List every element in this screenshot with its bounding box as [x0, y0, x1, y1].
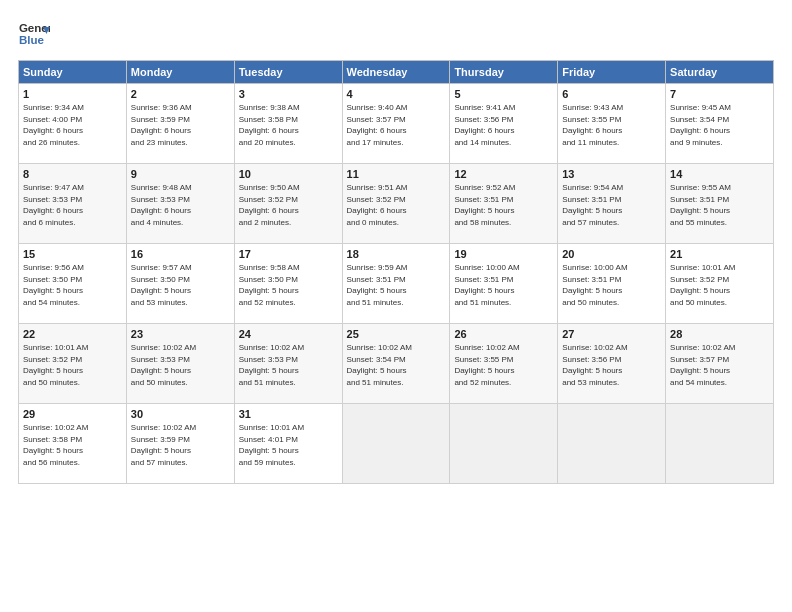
- day-number: 12: [454, 168, 553, 180]
- day-cell: 13Sunrise: 9:54 AM Sunset: 3:51 PM Dayli…: [558, 164, 666, 244]
- day-cell: 26Sunrise: 10:02 AM Sunset: 3:55 PM Dayl…: [450, 324, 558, 404]
- col-header-friday: Friday: [558, 61, 666, 84]
- day-cell: 4Sunrise: 9:40 AM Sunset: 3:57 PM Daylig…: [342, 84, 450, 164]
- day-info: Sunrise: 9:58 AM Sunset: 3:50 PM Dayligh…: [239, 262, 338, 308]
- day-cell: 24Sunrise: 10:02 AM Sunset: 3:53 PM Dayl…: [234, 324, 342, 404]
- day-cell: 1Sunrise: 9:34 AM Sunset: 4:00 PM Daylig…: [19, 84, 127, 164]
- logo: General Blue: [18, 18, 50, 50]
- day-info: Sunrise: 9:48 AM Sunset: 3:53 PM Dayligh…: [131, 182, 230, 228]
- day-info: Sunrise: 9:43 AM Sunset: 3:55 PM Dayligh…: [562, 102, 661, 148]
- day-info: Sunrise: 10:00 AM Sunset: 3:51 PM Daylig…: [454, 262, 553, 308]
- day-number: 22: [23, 328, 122, 340]
- col-header-monday: Monday: [126, 61, 234, 84]
- day-number: 30: [131, 408, 230, 420]
- week-row-4: 22Sunrise: 10:01 AM Sunset: 3:52 PM Dayl…: [19, 324, 774, 404]
- day-number: 10: [239, 168, 338, 180]
- day-info: Sunrise: 9:36 AM Sunset: 3:59 PM Dayligh…: [131, 102, 230, 148]
- day-info: Sunrise: 9:34 AM Sunset: 4:00 PM Dayligh…: [23, 102, 122, 148]
- day-number: 1: [23, 88, 122, 100]
- day-info: Sunrise: 10:01 AM Sunset: 4:01 PM Daylig…: [239, 422, 338, 468]
- day-number: 29: [23, 408, 122, 420]
- week-row-3: 15Sunrise: 9:56 AM Sunset: 3:50 PM Dayli…: [19, 244, 774, 324]
- week-row-2: 8Sunrise: 9:47 AM Sunset: 3:53 PM Daylig…: [19, 164, 774, 244]
- day-number: 8: [23, 168, 122, 180]
- day-info: Sunrise: 10:02 AM Sunset: 3:54 PM Daylig…: [347, 342, 446, 388]
- day-cell: 30Sunrise: 10:02 AM Sunset: 3:59 PM Dayl…: [126, 404, 234, 484]
- day-cell: 9Sunrise: 9:48 AM Sunset: 3:53 PM Daylig…: [126, 164, 234, 244]
- day-info: Sunrise: 9:51 AM Sunset: 3:52 PM Dayligh…: [347, 182, 446, 228]
- day-info: Sunrise: 9:57 AM Sunset: 3:50 PM Dayligh…: [131, 262, 230, 308]
- day-info: Sunrise: 9:40 AM Sunset: 3:57 PM Dayligh…: [347, 102, 446, 148]
- day-cell: 12Sunrise: 9:52 AM Sunset: 3:51 PM Dayli…: [450, 164, 558, 244]
- day-number: 9: [131, 168, 230, 180]
- day-number: 26: [454, 328, 553, 340]
- day-cell: 16Sunrise: 9:57 AM Sunset: 3:50 PM Dayli…: [126, 244, 234, 324]
- day-info: Sunrise: 9:55 AM Sunset: 3:51 PM Dayligh…: [670, 182, 769, 228]
- day-cell: [342, 404, 450, 484]
- day-cell: 17Sunrise: 9:58 AM Sunset: 3:50 PM Dayli…: [234, 244, 342, 324]
- day-cell: 18Sunrise: 9:59 AM Sunset: 3:51 PM Dayli…: [342, 244, 450, 324]
- day-info: Sunrise: 10:02 AM Sunset: 3:59 PM Daylig…: [131, 422, 230, 468]
- calendar-table: SundayMondayTuesdayWednesdayThursdayFrid…: [18, 60, 774, 484]
- day-info: Sunrise: 9:54 AM Sunset: 3:51 PM Dayligh…: [562, 182, 661, 228]
- day-cell: 8Sunrise: 9:47 AM Sunset: 3:53 PM Daylig…: [19, 164, 127, 244]
- day-cell: 27Sunrise: 10:02 AM Sunset: 3:56 PM Dayl…: [558, 324, 666, 404]
- day-info: Sunrise: 10:02 AM Sunset: 3:57 PM Daylig…: [670, 342, 769, 388]
- day-info: Sunrise: 9:38 AM Sunset: 3:58 PM Dayligh…: [239, 102, 338, 148]
- day-number: 31: [239, 408, 338, 420]
- day-cell: 25Sunrise: 10:02 AM Sunset: 3:54 PM Dayl…: [342, 324, 450, 404]
- day-cell: 21Sunrise: 10:01 AM Sunset: 3:52 PM Dayl…: [666, 244, 774, 324]
- day-number: 28: [670, 328, 769, 340]
- day-number: 14: [670, 168, 769, 180]
- page-header: General Blue: [18, 18, 774, 50]
- day-info: Sunrise: 9:52 AM Sunset: 3:51 PM Dayligh…: [454, 182, 553, 228]
- day-number: 16: [131, 248, 230, 260]
- day-number: 6: [562, 88, 661, 100]
- col-header-wednesday: Wednesday: [342, 61, 450, 84]
- day-cell: 15Sunrise: 9:56 AM Sunset: 3:50 PM Dayli…: [19, 244, 127, 324]
- day-cell: [450, 404, 558, 484]
- day-info: Sunrise: 10:02 AM Sunset: 3:56 PM Daylig…: [562, 342, 661, 388]
- day-number: 21: [670, 248, 769, 260]
- day-cell: 28Sunrise: 10:02 AM Sunset: 3:57 PM Dayl…: [666, 324, 774, 404]
- day-number: 23: [131, 328, 230, 340]
- day-number: 7: [670, 88, 769, 100]
- day-cell: 10Sunrise: 9:50 AM Sunset: 3:52 PM Dayli…: [234, 164, 342, 244]
- day-info: Sunrise: 10:02 AM Sunset: 3:53 PM Daylig…: [239, 342, 338, 388]
- day-cell: [558, 404, 666, 484]
- day-info: Sunrise: 10:02 AM Sunset: 3:55 PM Daylig…: [454, 342, 553, 388]
- day-number: 27: [562, 328, 661, 340]
- day-info: Sunrise: 10:01 AM Sunset: 3:52 PM Daylig…: [23, 342, 122, 388]
- day-number: 5: [454, 88, 553, 100]
- day-cell: 22Sunrise: 10:01 AM Sunset: 3:52 PM Dayl…: [19, 324, 127, 404]
- day-number: 3: [239, 88, 338, 100]
- day-info: Sunrise: 10:02 AM Sunset: 3:53 PM Daylig…: [131, 342, 230, 388]
- week-row-5: 29Sunrise: 10:02 AM Sunset: 3:58 PM Dayl…: [19, 404, 774, 484]
- day-info: Sunrise: 9:45 AM Sunset: 3:54 PM Dayligh…: [670, 102, 769, 148]
- day-cell: 20Sunrise: 10:00 AM Sunset: 3:51 PM Dayl…: [558, 244, 666, 324]
- day-number: 2: [131, 88, 230, 100]
- day-cell: 29Sunrise: 10:02 AM Sunset: 3:58 PM Dayl…: [19, 404, 127, 484]
- day-info: Sunrise: 10:00 AM Sunset: 3:51 PM Daylig…: [562, 262, 661, 308]
- day-number: 15: [23, 248, 122, 260]
- day-cell: 14Sunrise: 9:55 AM Sunset: 3:51 PM Dayli…: [666, 164, 774, 244]
- day-cell: 2Sunrise: 9:36 AM Sunset: 3:59 PM Daylig…: [126, 84, 234, 164]
- day-number: 4: [347, 88, 446, 100]
- col-header-tuesday: Tuesday: [234, 61, 342, 84]
- day-number: 17: [239, 248, 338, 260]
- day-info: Sunrise: 9:47 AM Sunset: 3:53 PM Dayligh…: [23, 182, 122, 228]
- col-header-saturday: Saturday: [666, 61, 774, 84]
- day-cell: 7Sunrise: 9:45 AM Sunset: 3:54 PM Daylig…: [666, 84, 774, 164]
- day-number: 24: [239, 328, 338, 340]
- day-number: 25: [347, 328, 446, 340]
- day-number: 20: [562, 248, 661, 260]
- day-info: Sunrise: 10:02 AM Sunset: 3:58 PM Daylig…: [23, 422, 122, 468]
- day-number: 19: [454, 248, 553, 260]
- week-row-1: 1Sunrise: 9:34 AM Sunset: 4:00 PM Daylig…: [19, 84, 774, 164]
- day-info: Sunrise: 9:59 AM Sunset: 3:51 PM Dayligh…: [347, 262, 446, 308]
- day-cell: 5Sunrise: 9:41 AM Sunset: 3:56 PM Daylig…: [450, 84, 558, 164]
- col-header-sunday: Sunday: [19, 61, 127, 84]
- day-cell: 31Sunrise: 10:01 AM Sunset: 4:01 PM Dayl…: [234, 404, 342, 484]
- day-cell: 3Sunrise: 9:38 AM Sunset: 3:58 PM Daylig…: [234, 84, 342, 164]
- day-number: 13: [562, 168, 661, 180]
